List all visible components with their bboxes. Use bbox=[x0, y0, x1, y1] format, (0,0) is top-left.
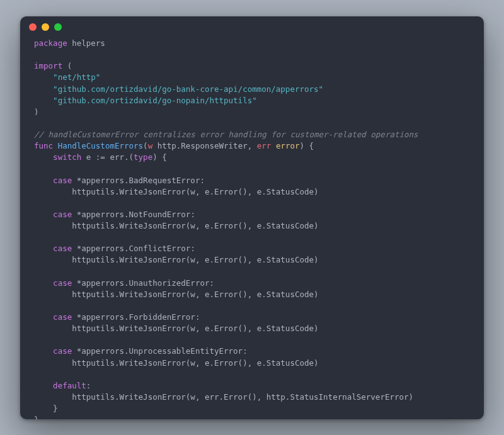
kw-package: package bbox=[34, 38, 67, 48]
comment-line: // handleCustomerError centralizes error… bbox=[34, 130, 418, 139]
param-err-type: error bbox=[276, 141, 300, 150]
case-type-2: *apperrors.ConflictError bbox=[77, 244, 191, 253]
kw-case-0: case bbox=[53, 176, 72, 185]
code-window: package helpers import ( "net/http" "git… bbox=[20, 16, 484, 419]
case-call-4: httputils.WriteJsonError(w, e.Error(), e… bbox=[72, 324, 318, 333]
switch-end: } bbox=[53, 404, 58, 413]
minimize-icon[interactable] bbox=[42, 23, 49, 31]
kw-case-5: case bbox=[53, 346, 72, 356]
case-type-4: *apperrors.ForbiddenError bbox=[77, 312, 195, 322]
default-colon: : bbox=[86, 381, 91, 390]
import-2: "github.com/ortizdavid/go-nopain/httputi… bbox=[53, 96, 257, 105]
window-titlebar bbox=[20, 16, 484, 38]
zoom-icon[interactable] bbox=[54, 23, 62, 31]
sig-comma: , bbox=[248, 141, 257, 150]
close-icon[interactable] bbox=[29, 23, 37, 31]
case-colon-1: : bbox=[190, 210, 195, 219]
paren-close: ) bbox=[34, 107, 39, 116]
import-0: "net/http" bbox=[53, 72, 100, 82]
kw-type: type bbox=[134, 152, 152, 162]
pkg-name: helpers bbox=[72, 38, 105, 48]
case-call-1: httputils.WriteJsonError(w, e.Error(), e… bbox=[72, 221, 318, 230]
case-call-3: httputils.WriteJsonError(w, e.Error(), e… bbox=[72, 290, 318, 299]
switch-expr: e := err.( bbox=[86, 152, 134, 162]
kw-default: default bbox=[53, 381, 86, 390]
case-colon-0: : bbox=[200, 176, 205, 185]
sig-open: ( bbox=[143, 141, 148, 150]
kw-import: import bbox=[34, 61, 62, 71]
case-colon-2: : bbox=[190, 244, 195, 253]
param-w-type: http.ResponseWriter bbox=[158, 141, 248, 150]
paren-open: ( bbox=[67, 61, 72, 71]
code-editor: package helpers import ( "net/http" "git… bbox=[20, 38, 484, 419]
func-name: HandleCustomErrors bbox=[58, 141, 143, 150]
kw-case-2: case bbox=[53, 244, 72, 253]
default-call: httputils.WriteJsonError(w, err.Error(),… bbox=[72, 392, 413, 402]
case-call-0: httputils.WriteJsonError(w, e.Error(), e… bbox=[72, 187, 318, 196]
case-type-5: *apperrors.UnprocessableEntityError bbox=[77, 346, 243, 356]
case-colon-5: : bbox=[243, 346, 248, 356]
kw-case-3: case bbox=[53, 278, 72, 288]
kw-case-1: case bbox=[53, 210, 72, 219]
kw-func: func bbox=[34, 141, 53, 150]
kw-switch: switch bbox=[53, 152, 81, 162]
import-1: "github.com/ortizdavid/go-bank-core-api/… bbox=[53, 84, 323, 94]
param-w: w bbox=[148, 141, 153, 150]
case-colon-4: : bbox=[195, 312, 200, 322]
kw-case-4: case bbox=[53, 312, 72, 322]
sig-close: ) { bbox=[300, 141, 314, 150]
switch-close: ) { bbox=[152, 152, 167, 162]
param-err: err bbox=[257, 141, 272, 150]
case-call-2: httputils.WriteJsonError(w, e.Error(), e… bbox=[72, 255, 318, 264]
case-call-5: httputils.WriteJsonError(w, e.Error(), e… bbox=[72, 358, 318, 368]
case-type-0: *apperrors.BadRequestError bbox=[77, 176, 200, 185]
case-type-1: *apperrors.NotFoundError bbox=[77, 210, 191, 219]
case-colon-3: : bbox=[209, 278, 214, 288]
case-type-3: *apperrors.UnauthorizedError bbox=[77, 278, 210, 288]
func-end: } bbox=[34, 415, 39, 419]
